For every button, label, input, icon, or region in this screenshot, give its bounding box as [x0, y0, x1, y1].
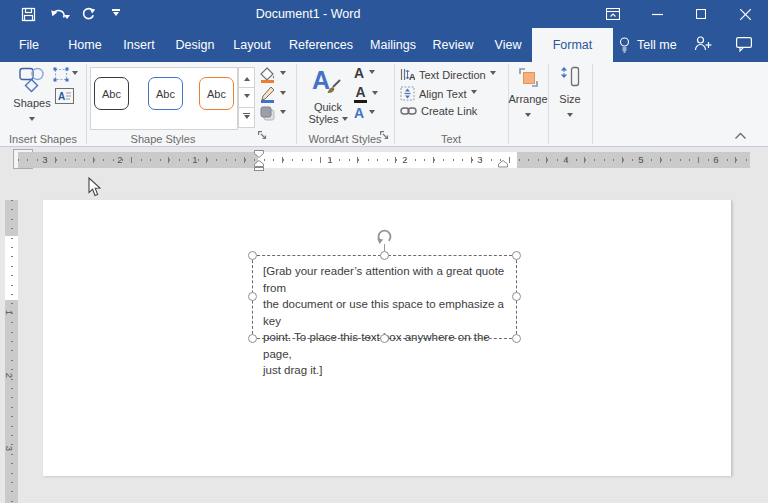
- document-page[interactable]: [Grab your reader’s attention with a gre…: [43, 200, 732, 476]
- size-icon: [559, 66, 581, 89]
- tab-home[interactable]: Home: [68, 28, 101, 62]
- first-line-indent-marker[interactable]: [254, 150, 264, 158]
- create-link-label: Create Link: [421, 105, 477, 117]
- edit-shape-caret: [72, 71, 78, 78]
- save-button[interactable]: [16, 4, 40, 24]
- edit-shape-button[interactable]: [53, 67, 78, 82]
- shape-fill-button[interactable]: [259, 66, 286, 83]
- tab-file[interactable]: File: [19, 28, 39, 62]
- rotate-handle[interactable]: [376, 228, 393, 245]
- draw-text-box-button[interactable]: A: [55, 88, 74, 104]
- text-fill-button[interactable]: A: [354, 66, 375, 80]
- tab-mailings[interactable]: Mailings: [370, 28, 416, 62]
- align-text-button[interactable]: Align Text: [400, 86, 477, 101]
- create-link-button[interactable]: Create Link: [400, 105, 477, 117]
- customize-qat-icon: [112, 9, 120, 19]
- tab-format-active[interactable]: Format: [532, 28, 613, 62]
- shape-styles-dialog-launcher[interactable]: [258, 131, 268, 141]
- ruler-number: 5: [638, 154, 643, 166]
- resize-handle-top-middle[interactable]: [380, 251, 389, 260]
- customize-qat-button[interactable]: [104, 4, 128, 24]
- text-direction-caret: [490, 71, 496, 78]
- text-fill-icon: A: [354, 66, 364, 80]
- shape-style-swatch[interactable]: Abc: [94, 77, 129, 110]
- hanging-indent-marker[interactable]: [254, 160, 264, 171]
- ribbon-display-options-icon: [606, 8, 620, 20]
- mouse-cursor: [88, 177, 102, 197]
- right-indent-marker[interactable]: [498, 160, 508, 168]
- resize-handle-middle-right[interactable]: [512, 292, 521, 301]
- shape-fill-icon: [259, 66, 276, 83]
- shape-outline-button[interactable]: [259, 86, 286, 103]
- ruler-row: 321123456: [0, 147, 768, 173]
- share-button[interactable]: [694, 35, 712, 51]
- vruler-ticks: [11, 200, 13, 503]
- minimize-button[interactable]: [640, 0, 674, 28]
- arrange-caret: [525, 113, 531, 120]
- resize-handle-bottom-right[interactable]: [512, 334, 521, 343]
- gallery-scroll-down-button[interactable]: [238, 87, 255, 108]
- resize-handle-bottom-left[interactable]: [248, 334, 257, 343]
- tell-me-label: Tell me: [637, 38, 677, 52]
- chevron-up-icon: [734, 132, 747, 140]
- tab-insert[interactable]: Insert: [123, 28, 154, 62]
- window-title: Document1 - Word: [256, 0, 361, 28]
- tab-review[interactable]: Review: [433, 28, 474, 62]
- link-icon: [400, 105, 417, 117]
- size-button[interactable]: Size: [548, 66, 592, 123]
- group-divider: [86, 64, 87, 144]
- collapse-ribbon-button[interactable]: [734, 132, 747, 140]
- word-window: Document1 - Word File Home Insert Design…: [0, 0, 768, 503]
- draw-text-box-icon: A: [55, 88, 74, 104]
- minimize-icon: [652, 9, 663, 20]
- arrange-icon: [517, 66, 540, 89]
- vertical-ruler[interactable]: 123: [5, 200, 18, 503]
- resize-handle-middle-left[interactable]: [248, 292, 257, 301]
- tell-me-button[interactable]: Tell me: [618, 28, 677, 62]
- resize-handle-bottom-middle[interactable]: [380, 334, 389, 343]
- shape-outline-caret: [280, 91, 286, 98]
- text-outline-button[interactable]: A: [354, 85, 378, 103]
- text-direction-label: Text Direction: [419, 69, 486, 81]
- tab-layout[interactable]: Layout: [233, 28, 271, 62]
- text-box[interactable]: [Grab your reader’s attention with a gre…: [252, 255, 517, 339]
- resize-handle-top-left[interactable]: [248, 251, 257, 260]
- text-direction-button[interactable]: A Text Direction: [400, 67, 496, 82]
- text-line: [Grab your reader’s attention with a gre…: [263, 263, 511, 296]
- text-box-content[interactable]: [Grab your reader’s attention with a gre…: [263, 263, 511, 379]
- group-divider: [394, 64, 395, 144]
- text-line: just drag it.]: [263, 362, 511, 379]
- document-area: 123 [Grab your reader’s attention with a…: [0, 173, 768, 503]
- shapes-icon: [19, 66, 45, 93]
- shapes-button[interactable]: Shapes: [10, 64, 54, 126]
- ribbon-display-options-button[interactable]: [596, 0, 630, 28]
- svg-text:A: A: [58, 91, 65, 102]
- shape-effects-button[interactable]: [259, 105, 286, 122]
- shape-style-swatch[interactable]: Abc: [199, 77, 234, 110]
- ruler-number: 2: [402, 154, 407, 166]
- tab-references[interactable]: References: [289, 28, 353, 62]
- close-button[interactable]: [728, 0, 762, 28]
- shape-style-swatch[interactable]: Abc: [148, 77, 183, 110]
- text-effects-button[interactable]: A: [354, 106, 375, 120]
- group-divider: [592, 64, 593, 144]
- shapes-button-label: Shapes: [10, 97, 54, 109]
- tab-view[interactable]: View: [495, 28, 522, 62]
- text-outline-icon: A: [354, 85, 367, 103]
- gallery-more-button[interactable]: [238, 107, 255, 128]
- arrange-button[interactable]: Arrange: [508, 66, 548, 123]
- quick-styles-label-2: Styles: [306, 113, 350, 125]
- comments-button[interactable]: [736, 37, 752, 52]
- title-bar: Document1 - Word: [0, 0, 768, 28]
- quick-styles-button[interactable]: A Quick Styles: [306, 65, 350, 125]
- save-icon: [21, 7, 36, 22]
- redo-button[interactable]: [76, 4, 100, 24]
- horizontal-ruler[interactable]: 321123456: [18, 152, 750, 168]
- align-text-caret: [471, 90, 477, 97]
- undo-dropdown[interactable]: [64, 9, 70, 27]
- tab-design[interactable]: Design: [176, 28, 215, 62]
- ruler-number: 1: [327, 154, 332, 166]
- gallery-scroll-up-button[interactable]: [238, 67, 255, 88]
- maximize-button[interactable]: [684, 0, 718, 28]
- resize-handle-top-right[interactable]: [512, 251, 521, 260]
